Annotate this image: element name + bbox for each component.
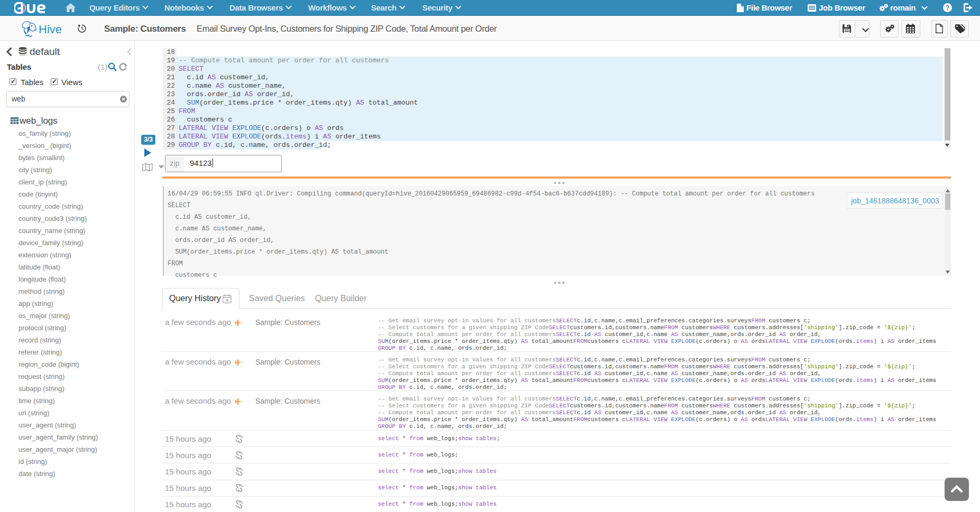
svg-text:?: ? bbox=[946, 4, 949, 12]
